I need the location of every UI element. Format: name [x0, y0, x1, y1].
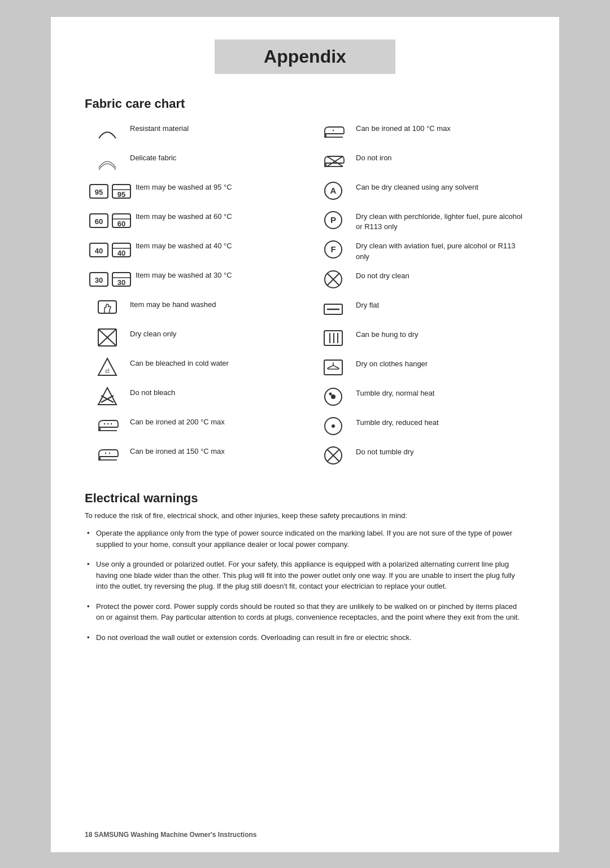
list-item: 30 30 Item may be washed at 30 °C	[85, 268, 299, 291]
list-item: Tumble dry, normal heat	[311, 386, 525, 409]
dry-clean-any-icon: A	[311, 180, 356, 201]
wash-40-icon: 40 40	[85, 239, 136, 259]
no-tumble-icon	[311, 445, 356, 466]
no-iron-icon	[311, 151, 356, 171]
left-column: Resistant material Delicate fabric 95	[85, 121, 299, 474]
list-item: Do not overload the wall outlet or exten…	[85, 632, 525, 643]
wash-95-icon: 95 95	[85, 180, 136, 200]
svg-text:A: A	[330, 186, 337, 195]
svg-text:60: 60	[117, 220, 125, 228]
dry-clean-f-icon: F	[311, 239, 356, 260]
no-dry-clean-icon	[311, 269, 356, 290]
svg-text:30: 30	[117, 278, 125, 287]
footer-text: Washing Machine Owner's Instructions	[129, 831, 256, 839]
svg-point-59	[329, 392, 332, 395]
list-item: Tumble dry, reduced heat	[311, 415, 525, 438]
footer-brand: 18 SAMSUNG	[85, 831, 129, 839]
bleach-cold-icon: cl	[85, 356, 130, 378]
no-bleach-icon	[85, 385, 130, 407]
list-item: Delicate fabric	[85, 151, 299, 173]
tumble-reduced-icon	[311, 415, 356, 437]
list-item: cl Can be bleached in cold water	[85, 356, 299, 379]
iron-100-icon	[311, 121, 356, 142]
fabric-chart-title: Fabric care chart	[85, 97, 525, 111]
svg-text:95: 95	[117, 190, 125, 199]
list-item: Operate the appliance only from the type…	[85, 528, 525, 550]
list-item: Resistant material	[85, 121, 299, 144]
svg-point-61	[332, 424, 335, 428]
electrical-title: Electrical warnings	[85, 491, 525, 506]
list-item: A Can be dry cleaned using any solvent	[311, 180, 525, 203]
list-item: Dry clean only	[85, 327, 299, 349]
svg-point-32	[111, 423, 112, 424]
list-item: 95 95 Item may be washed at 95 °C	[85, 180, 299, 203]
svg-text:40: 40	[117, 249, 125, 257]
svg-point-35	[109, 453, 110, 454]
iron-150-icon	[85, 444, 130, 464]
hung-to-dry-icon	[311, 327, 356, 349]
list-item: Do not iron	[311, 151, 525, 173]
dry-clean-p-icon: P	[311, 209, 356, 231]
list-item: F Dry clean with aviation fuel, pure alc…	[311, 239, 525, 261]
svg-point-37	[333, 130, 334, 131]
list-item: 60 60 Item may be washed at 60 °C	[85, 209, 299, 232]
dry-flat-icon	[311, 298, 356, 319]
electrical-list: Operate the appliance only from the type…	[85, 528, 525, 643]
svg-text:95: 95	[95, 188, 103, 196]
wash-hand-icon	[85, 297, 130, 319]
wash-60-icon: 60 60	[85, 209, 136, 230]
list-item: Do not tumble dry	[311, 445, 525, 467]
list-item: Protect the power cord. Power supply cor…	[85, 601, 525, 623]
title-box: Appendix	[215, 40, 395, 74]
svg-point-58	[331, 394, 336, 399]
list-item: 40 40 Item may be washed at 40 °C	[85, 239, 299, 261]
svg-text:40: 40	[95, 247, 103, 255]
electrical-section: Electrical warnings To reduce the risk o…	[85, 491, 525, 643]
wash-resistant-icon	[85, 121, 130, 143]
svg-rect-56	[324, 360, 342, 375]
list-item: Can be ironed at 100 °C max	[311, 121, 525, 144]
list-item: Can be ironed at 200 °C max	[85, 415, 299, 437]
svg-point-34	[105, 453, 106, 454]
list-item: Do not bleach	[85, 385, 299, 408]
list-item: Can be hung to dry	[311, 327, 525, 350]
list-item: Dry on clothes hanger	[311, 357, 525, 379]
list-item: Item may be hand washed	[85, 297, 299, 320]
list-item: Use only a grounded or polarized outlet.…	[85, 559, 525, 592]
page: Appendix Fabric care chart Resistant mat…	[51, 17, 559, 852]
list-item: Can be ironed at 150 °C max	[85, 444, 299, 467]
tumble-normal-icon	[311, 386, 356, 407]
page-title: Appendix	[237, 46, 373, 67]
list-item: Do not dry clean	[311, 269, 525, 291]
dry-clean-only-icon	[85, 327, 130, 348]
dry-hanger-icon	[311, 357, 356, 378]
svg-text:30: 30	[95, 276, 103, 284]
svg-point-31	[107, 423, 108, 424]
list-item: Dry flat	[311, 298, 525, 321]
wash-30-icon: 30 30	[85, 268, 136, 288]
footer: 18 SAMSUNG Washing Machine Owner's Instr…	[85, 831, 256, 839]
svg-point-30	[104, 423, 105, 424]
svg-text:F: F	[330, 244, 336, 254]
svg-rect-20	[98, 301, 116, 313]
svg-text:P: P	[330, 215, 336, 225]
wash-delicate-icon	[85, 151, 130, 172]
iron-200-icon	[85, 415, 130, 435]
fabric-chart: Resistant material Delicate fabric 95	[85, 121, 525, 474]
right-column: Can be ironed at 100 °C max Do not iron	[299, 121, 525, 474]
list-item: P Dry clean with perchloride, lighter fu…	[311, 209, 525, 232]
electrical-intro: To reduce the risk of fire, electrical s…	[85, 510, 525, 521]
svg-text:cl: cl	[105, 368, 109, 374]
svg-text:60: 60	[95, 217, 103, 226]
